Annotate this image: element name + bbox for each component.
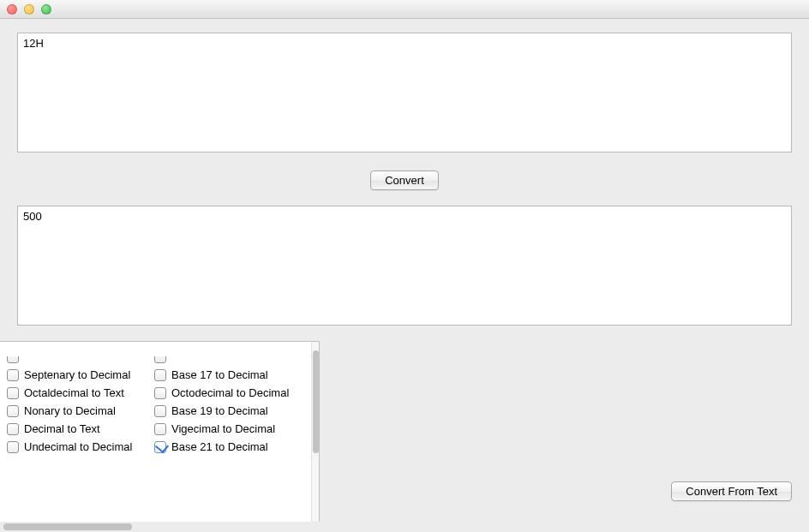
options-panel: Septenary to Decimal Octaldecimal to Tex…: [0, 341, 320, 523]
scrollbar-thumb[interactable]: [313, 350, 319, 453]
option-row[interactable]: Octaldecimal to Text: [7, 386, 144, 399]
horizontal-scrollbar[interactable]: [0, 522, 320, 532]
convert-button[interactable]: Convert: [370, 170, 439, 190]
checkbox[interactable]: [7, 423, 19, 435]
option-row[interactable]: Nonary to Decimal: [7, 404, 144, 417]
checkbox[interactable]: [154, 356, 166, 363]
window-titlebar: [0, 0, 809, 19]
option-row[interactable]: Base 17 to Decimal: [154, 368, 291, 381]
option-row[interactable]: Base 21 to Decimal: [154, 440, 291, 453]
option-label: Septenary to Decimal: [24, 368, 130, 381]
option-row[interactable]: Decimal to Text: [7, 422, 144, 435]
options-scroll-viewport[interactable]: Septenary to Decimal Octaldecimal to Tex…: [0, 342, 311, 522]
checkbox[interactable]: [154, 369, 166, 381]
checkbox[interactable]: [154, 423, 166, 435]
checkbox[interactable]: [154, 387, 166, 399]
option-label: Base 17 to Decimal: [171, 368, 268, 381]
options-column-2: Base 17 to Decimal Octodecimal to Decima…: [154, 356, 291, 453]
convert-from-text-button[interactable]: Convert From Text: [671, 481, 792, 501]
option-label: Octaldecimal to Text: [24, 386, 124, 399]
option-label: Base 21 to Decimal: [171, 440, 268, 453]
option-row[interactable]: [7, 356, 144, 363]
checkbox[interactable]: [154, 405, 166, 417]
option-label: Octodecimal to Decimal: [171, 386, 289, 399]
output-textarea[interactable]: [17, 206, 792, 326]
checkbox[interactable]: [7, 387, 19, 399]
option-label: Base 19 to Decimal: [171, 404, 268, 417]
option-row[interactable]: Septenary to Decimal: [7, 368, 144, 381]
option-label: Vigecimal to Decimal: [171, 422, 275, 435]
option-row[interactable]: [154, 356, 291, 363]
checkbox[interactable]: [7, 356, 19, 363]
option-label: Decimal to Text: [24, 422, 100, 435]
checkbox[interactable]: [7, 405, 19, 417]
checkbox[interactable]: [7, 441, 19, 453]
close-icon[interactable]: [7, 4, 17, 15]
options-column-1: Septenary to Decimal Octaldecimal to Tex…: [7, 356, 144, 453]
zoom-icon[interactable]: [41, 4, 51, 15]
option-row[interactable]: Octodecimal to Decimal: [154, 386, 291, 399]
option-row[interactable]: Base 19 to Decimal: [154, 404, 291, 417]
vertical-scrollbar[interactable]: [311, 342, 319, 522]
option-label: Undecimal to Decimal: [24, 440, 132, 453]
input-textarea[interactable]: [17, 33, 792, 152]
checkbox[interactable]: [154, 441, 166, 453]
option-label: Nonary to Decimal: [24, 404, 116, 417]
minimize-icon[interactable]: [24, 4, 34, 15]
checkbox[interactable]: [7, 369, 19, 381]
option-row[interactable]: Vigecimal to Decimal: [154, 422, 291, 435]
option-row[interactable]: Undecimal to Decimal: [7, 440, 144, 453]
